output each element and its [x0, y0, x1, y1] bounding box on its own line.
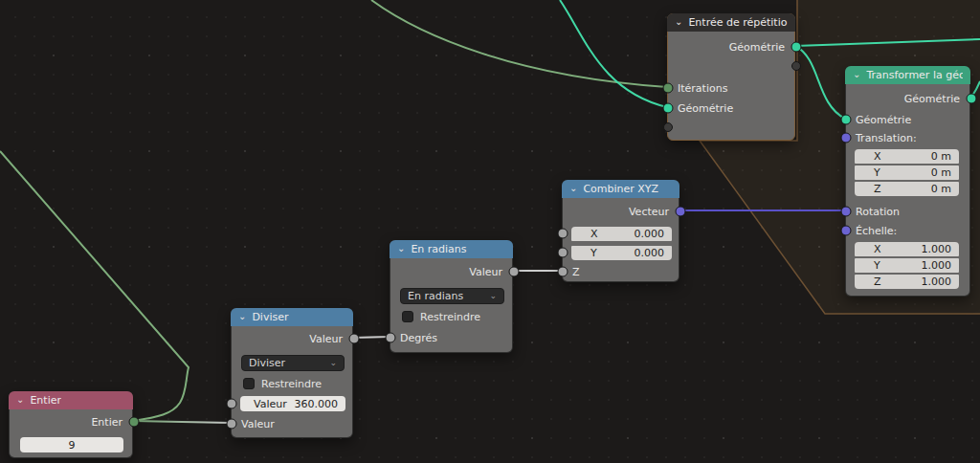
- input-socket-rotation[interactable]: [841, 207, 852, 217]
- checkbox-label: Restreindre: [261, 378, 322, 390]
- node-transform-geometry[interactable]: ⌄ Transformer la géo... Géométrie Géomét…: [845, 66, 970, 297]
- input-socket-z[interactable]: [558, 267, 568, 277]
- output-socket-extend[interactable]: [791, 61, 801, 71]
- node-divide[interactable]: ⌄ Diviser Valeur Diviser ⌄ Restreindre V…: [231, 308, 353, 438]
- restreindre-checkbox[interactable]: [402, 311, 413, 322]
- field-value: 1.000: [922, 276, 952, 288]
- field-value: 0.000: [635, 247, 665, 259]
- output-label: Vecteur: [629, 206, 669, 218]
- input-socket-iterations[interactable]: [663, 83, 674, 94]
- x-value-field[interactable]: X 0.000: [571, 227, 672, 241]
- input-socket-translation[interactable]: [841, 133, 852, 143]
- input-row-translation: Translation:: [856, 129, 960, 146]
- chevron-down-icon[interactable]: ⌄: [675, 17, 682, 27]
- node-header[interactable]: ⌄ En radians: [390, 240, 513, 258]
- field-label: Y: [579, 247, 597, 259]
- output-label: Géométrie: [729, 41, 785, 54]
- scale-z-field[interactable]: Z 1.000: [855, 275, 959, 289]
- dropdown-value: Diviser: [249, 357, 285, 369]
- node-title: Transformer la géo...: [866, 69, 963, 81]
- input-label: Z: [572, 266, 580, 278]
- node-repeat-input[interactable]: ⌄ Entrée de répétition Géométrie Itérati…: [667, 13, 795, 141]
- chevron-down-icon[interactable]: ⌄: [569, 184, 577, 193]
- input-socket-echelle[interactable]: [841, 226, 852, 236]
- entier-number-field[interactable]: 9: [20, 437, 123, 452]
- node-to-radians[interactable]: ⌄ En radians Valeur En radians ⌄ Restrei…: [390, 240, 513, 353]
- output-socket-entier[interactable]: [129, 417, 140, 428]
- checkbox-label: Restreindre: [420, 311, 480, 323]
- wire-geometry-to-repeat-input: [560, 0, 667, 107]
- valeur-number-field[interactable]: Valeur 360.000: [240, 396, 345, 411]
- field-value: 0 m: [931, 183, 951, 195]
- clamp-check-row: Restreindre: [243, 377, 322, 390]
- output-socket-valeur[interactable]: [509, 267, 520, 277]
- node-header[interactable]: ⌄ Entrée de répétition: [667, 13, 795, 32]
- scale-x-field[interactable]: X 1.000: [855, 242, 959, 256]
- field-value: 1.000: [922, 259, 952, 272]
- input-socket-geometrie[interactable]: [663, 103, 674, 114]
- input-socket-valeur[interactable]: [227, 419, 237, 430]
- field-label: Z: [862, 276, 881, 288]
- chevron-down-icon[interactable]: ⌄: [853, 70, 860, 79]
- input-socket-geometrie[interactable]: [841, 115, 852, 125]
- input-label: Échelle:: [856, 225, 897, 237]
- wire-repeat-output-to-transform: [795, 46, 845, 119]
- input-row-rotation: Rotation: [856, 203, 960, 220]
- input-socket-degres[interactable]: [386, 333, 396, 343]
- wires-layer: [0, 0, 980, 463]
- input-label: Rotation: [856, 206, 900, 218]
- node-title: Diviser: [252, 311, 288, 323]
- input-socket-extend[interactable]: [663, 122, 673, 132]
- chevron-down-icon[interactable]: ⌄: [238, 312, 246, 321]
- restreindre-checkbox[interactable]: [243, 378, 255, 389]
- chevron-down-icon[interactable]: ⌄: [397, 244, 405, 254]
- output-socket-vecteur[interactable]: [676, 207, 686, 217]
- node-header[interactable]: ⌄ Transformer la géo...: [845, 66, 970, 84]
- field-label: X: [862, 150, 881, 163]
- field-value: 9: [69, 439, 76, 452]
- input-row-valeur: Valeur: [241, 415, 343, 432]
- input-row-degres: Degrés: [400, 329, 502, 346]
- field-label: X: [579, 228, 598, 240]
- output-socket-valeur[interactable]: [349, 334, 360, 344]
- repeat-zone-layer: [0, 0, 980, 463]
- input-row-geometrie: Géométrie: [856, 111, 960, 128]
- output-row-geometrie: Géométrie: [856, 90, 960, 107]
- output-row-entier: Entier: [19, 413, 122, 430]
- input-socket-y[interactable]: [558, 248, 568, 258]
- wire-integer-to-iterations: [371, 0, 667, 87]
- input-label: Géométrie: [856, 114, 911, 126]
- translation-y-field[interactable]: Y 0 m: [855, 165, 959, 180]
- chevron-down-icon: ⌄: [489, 291, 497, 300]
- node-title: Combiner XYZ: [583, 183, 658, 195]
- node-header[interactable]: ⌄ Diviser: [231, 308, 353, 326]
- input-row-geometrie: Géométrie: [678, 99, 785, 117]
- chevron-down-icon[interactable]: ⌄: [16, 395, 24, 405]
- node-editor-canvas[interactable]: ⌄ Entrée de répétition Géométrie Itérati…: [0, 0, 980, 463]
- node-combine-xyz[interactable]: ⌄ Combiner XYZ Vecteur X 0.000 Y 0.000 Z: [562, 180, 679, 282]
- output-label: Entier: [91, 416, 122, 429]
- field-label: Y: [862, 259, 880, 272]
- input-label: Géométrie: [678, 102, 733, 115]
- angle-mode-dropdown[interactable]: En radians ⌄: [400, 288, 504, 304]
- y-value-field[interactable]: Y 0.000: [571, 246, 672, 260]
- field-value: 360.000: [295, 398, 339, 410]
- output-row-vecteur: Vecteur: [572, 203, 669, 220]
- output-row-valeur: Valeur: [241, 330, 343, 347]
- node-header[interactable]: ⌄ Entier: [9, 391, 133, 409]
- input-socket-valeur-field[interactable]: [227, 399, 237, 409]
- translation-z-field[interactable]: Z 0 m: [855, 182, 959, 196]
- input-socket-x[interactable]: [558, 229, 568, 239]
- scale-y-field[interactable]: Y 1.000: [855, 258, 959, 273]
- node-header[interactable]: ⌄ Combiner XYZ: [562, 180, 679, 198]
- wire-integer-to-divide: [133, 421, 231, 423]
- chevron-down-icon: ⌄: [329, 358, 337, 367]
- output-label: Valeur: [309, 333, 343, 345]
- translation-x-field[interactable]: X 0 m: [855, 149, 959, 164]
- input-label: Valeur: [241, 418, 275, 430]
- output-socket-geometrie[interactable]: [967, 94, 977, 104]
- math-operation-dropdown[interactable]: Diviser ⌄: [241, 355, 345, 371]
- output-socket-geometrie[interactable]: [791, 42, 802, 53]
- node-integer[interactable]: ⌄ Entier Entier 9: [9, 391, 133, 458]
- field-label: Valeur: [248, 398, 287, 410]
